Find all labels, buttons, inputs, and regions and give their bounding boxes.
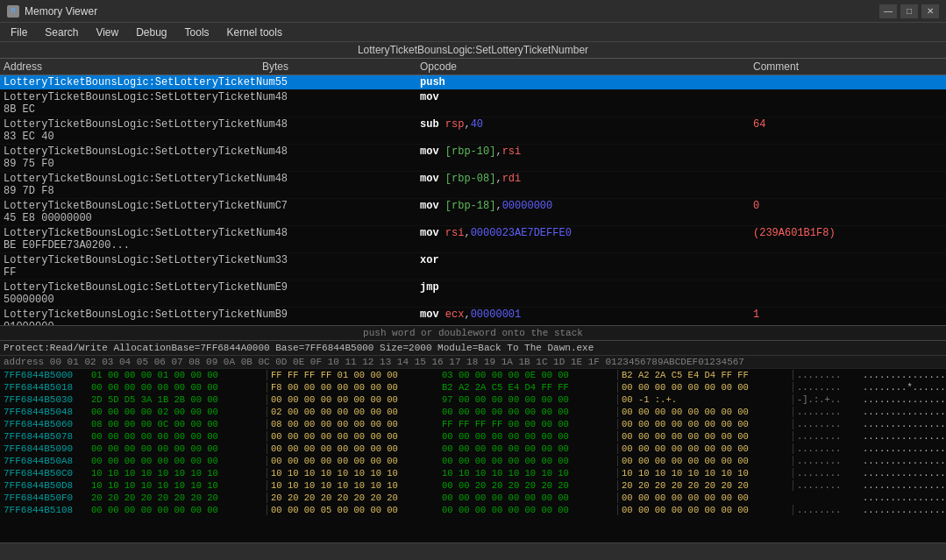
mem-ascii-right: ................ xyxy=(863,493,946,503)
mem-bytes-extra-left: 00 00 20 20 20 20 20 20 xyxy=(442,480,617,491)
disasm-address: LotteryTicketBounsLogic:SetLotteryTicket… xyxy=(4,254,262,279)
mem-bytes-right: 02 00 00 00 00 00 00 00 xyxy=(267,407,442,417)
mem-ascii-right: ........................ xyxy=(863,505,946,515)
mem-bytes-left: 10 10 10 10 10 10 10 10 xyxy=(91,480,267,491)
mem-bytes-extra-right: 00 00 00 00 00 00 00 00 xyxy=(617,431,793,442)
memory-row[interactable]: 7FF6844B501800 00 00 00 00 00 00 00 F8 0… xyxy=(0,381,946,393)
bottom-strip xyxy=(0,542,946,560)
memory-row[interactable]: 7FF6844B50302D 5D D5 3A 1B 2B 00 00 00 0… xyxy=(0,393,946,406)
mem-ascii-right: ........................ xyxy=(863,456,946,466)
disasm-row[interactable]: LotteryTicketBounsLogic:SetLotteryTicket… xyxy=(0,253,946,280)
mem-bytes-extra-left: 00 00 00 00 00 00 00 00 xyxy=(442,456,617,466)
menu-item-search[interactable]: Search xyxy=(38,25,85,40)
mem-address: 7FF6844B5030 xyxy=(4,394,91,405)
mem-bytes-left: 00 00 00 00 00 00 00 00 xyxy=(91,456,267,466)
mem-ascii-left: ........ xyxy=(793,443,863,454)
mem-bytes-left: 01 00 00 00 01 00 00 00 xyxy=(91,370,267,380)
disasm-row[interactable]: LotteryTicketBounsLogic:SetLotteryTicket… xyxy=(0,199,946,226)
memory-header: address 00 01 02 03 04 05 06 07 08 09 0A… xyxy=(0,356,946,369)
disasm-row[interactable]: LotteryTicketBounsLogic:SetLotteryTicket… xyxy=(0,75,946,90)
disasm-opcode: mov rsi,0000023AE7DEFFE0 xyxy=(420,227,753,252)
disasm-bytes xyxy=(262,200,420,224)
mem-bytes-extra-right: 00 00 00 00 00 00 00 00 xyxy=(617,407,793,417)
mem-bytes-right: 08 00 00 00 00 00 00 00 xyxy=(267,419,442,429)
mem-bytes-right: 20 20 20 20 20 20 20 20 xyxy=(267,493,442,503)
mem-ascii-left: ........ xyxy=(793,468,863,478)
mem-bytes-left: 00 00 00 00 00 00 00 00 xyxy=(91,443,267,454)
col-header-address: Address xyxy=(4,60,262,73)
disasm-address: LotteryTicketBounsLogic:SetLotteryTicket… xyxy=(4,118,262,143)
menu-item-view[interactable]: View xyxy=(89,25,125,40)
mem-bytes-right: 10 10 10 10 10 10 10 10 xyxy=(267,480,442,491)
memory-row[interactable]: 7FF6844B50A800 00 00 00 00 00 00 00 00 0… xyxy=(0,455,946,467)
memory-row[interactable]: 7FF6844B510800 00 00 00 00 00 00 00 00 0… xyxy=(0,504,946,516)
disasm-comment: 1 xyxy=(753,308,942,325)
menu-item-file[interactable]: File xyxy=(4,25,34,40)
memory-row[interactable]: 7FF6844B506008 00 00 00 0C 00 00 00 08 0… xyxy=(0,418,946,430)
menu-item-tools[interactable]: Tools xyxy=(178,25,217,40)
disasm-row[interactable]: LotteryTicketBounsLogic:SetLotteryTicket… xyxy=(0,172,946,199)
disasm-comment xyxy=(753,91,942,116)
disasm-comment xyxy=(753,145,942,170)
disasm-address: LotteryTicketBounsLogic:SetLotteryTicket… xyxy=(4,76,262,89)
mem-ascii-left: ........ xyxy=(793,456,863,466)
disasm-opcode: jmp xyxy=(420,281,753,306)
disasm-bytes xyxy=(262,281,420,306)
memory-row[interactable]: 7FF6844B504800 00 00 00 02 00 00 00 02 0… xyxy=(0,406,946,418)
memory-header-text: address 00 01 02 03 04 05 06 07 08 09 0A… xyxy=(4,357,744,367)
memory-row[interactable]: 7FF6844B50C010 10 10 10 10 10 10 10 10 1… xyxy=(0,467,946,479)
disasm-opcode: mov ecx,00000001 xyxy=(420,308,753,325)
mem-ascii-left: ........ xyxy=(793,505,863,515)
mem-bytes-extra-left: 03 00 00 00 00 0E 00 00 xyxy=(442,370,617,380)
disasm-header: Address Bytes Opcode Comment xyxy=(0,59,946,75)
mem-ascii-right: ........................ xyxy=(863,419,946,429)
menu-item-kernel-tools[interactable]: Kernel tools xyxy=(220,25,289,40)
disasm-bytes xyxy=(262,173,420,197)
mem-bytes-right: FF FF FF FF 01 00 00 00 xyxy=(267,370,442,380)
disasm-opcode: mov [rbp-18],00000000 xyxy=(420,200,753,224)
disasm-row[interactable]: LotteryTicketBounsLogic:SetLotteryTicket… xyxy=(0,280,946,308)
mem-bytes-right: 00 00 00 00 00 00 00 00 xyxy=(267,394,442,405)
mem-bytes-left: 00 00 00 00 02 00 00 00 xyxy=(91,407,267,417)
disasm-row[interactable]: LotteryTicketBounsLogic:SetLotteryTicket… xyxy=(0,226,946,253)
mem-address: 7FF6844B5018 xyxy=(4,382,91,393)
disasm-row[interactable]: LotteryTicketBounsLogic:SetLotteryTicket… xyxy=(0,117,946,145)
mem-bytes-right: 00 00 00 00 00 00 00 00 xyxy=(267,443,442,454)
disasm-bytes xyxy=(262,145,420,170)
mem-bytes-extra-right: 10 10 10 10 10 10 10 10 xyxy=(617,468,793,478)
title-bar-left: M Memory Viewer xyxy=(7,5,97,18)
minimize-button[interactable]: — xyxy=(879,4,897,18)
mem-address: 7FF6844B5090 xyxy=(4,443,91,454)
disasm-row[interactable]: LotteryTicketBounsLogic:SetLotteryTicket… xyxy=(0,90,946,117)
disasm-body[interactable]: LotteryTicketBounsLogic:SetLotteryTicket… xyxy=(0,75,946,325)
menu-item-debug[interactable]: Debug xyxy=(129,25,174,40)
mem-bytes-left: 00 00 00 00 00 00 00 00 xyxy=(91,505,267,515)
mem-ascii-right: ........................ xyxy=(863,468,946,478)
memory-row[interactable]: 7FF6844B509000 00 00 00 00 00 00 00 00 0… xyxy=(0,443,946,455)
maximize-button[interactable]: □ xyxy=(900,4,918,18)
mem-address: 7FF6844B5078 xyxy=(4,431,91,442)
disasm-opcode: mov xyxy=(420,91,753,116)
close-button[interactable]: ✕ xyxy=(921,4,939,18)
disasm-bytes xyxy=(262,308,420,325)
disasm-opcode: push xyxy=(420,76,753,89)
mem-bytes-extra-left: 00 00 00 00 00 00 00 00 xyxy=(442,505,617,515)
mem-bytes-extra-right: 00 00 00 00 00 00 00 00 xyxy=(617,419,793,429)
disasm-row[interactable]: LotteryTicketBounsLogic:SetLotteryTicket… xyxy=(0,145,946,172)
mem-bytes-extra-right: 00 -1 :.+. xyxy=(617,394,793,405)
memory-row[interactable]: 7FF6844B500001 00 00 00 01 00 00 00 FF F… xyxy=(0,369,946,381)
disasm-address: LotteryTicketBounsLogic:SetLotteryTicket… xyxy=(4,91,262,116)
mem-bytes-left: 10 10 10 10 10 10 10 10 xyxy=(91,468,267,478)
mem-ascii-right: .................:+..... xyxy=(863,394,946,405)
mem-bytes-left: 20 20 20 20 20 20 20 20 xyxy=(91,493,267,503)
disasm-row[interactable]: LotteryTicketBounsLogic:SetLotteryTicket… xyxy=(0,308,946,325)
mem-ascii-right: ........*............... xyxy=(863,382,946,393)
mem-bytes-right: 00 00 00 00 00 00 00 00 xyxy=(267,431,442,442)
memory-row[interactable]: 7FF6844B507800 00 00 00 00 00 00 00 00 0… xyxy=(0,430,946,443)
mem-ascii-right: ................*...... xyxy=(863,370,946,380)
mem-bytes-right: 10 10 10 10 10 10 10 10 xyxy=(267,468,442,478)
disasm-bytes xyxy=(262,118,420,143)
memory-row[interactable]: 7FF6844B50D810 10 10 10 10 10 10 10 10 1… xyxy=(0,479,946,492)
memory-body[interactable]: 7FF6844B500001 00 00 00 01 00 00 00 FF F… xyxy=(0,369,946,542)
memory-row[interactable]: 7FF6844B50F020 20 20 20 20 20 20 20 20 2… xyxy=(0,492,946,504)
